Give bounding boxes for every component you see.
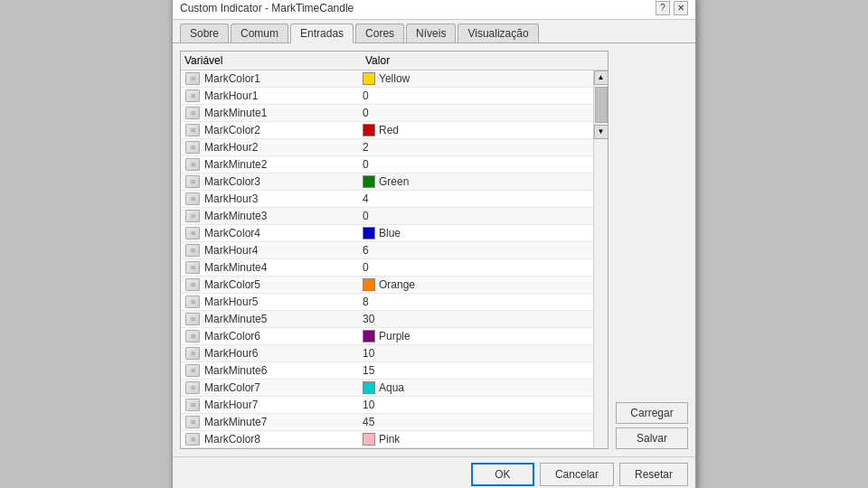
row-variable-name: MarkColor3	[204, 175, 363, 188]
reset-button[interactable]: Resetar	[619, 463, 688, 486]
row-value-text: Blue	[379, 227, 401, 239]
parameter-icon: ⊞	[185, 141, 200, 154]
table-row[interactable]: ⊞MarkColor8Pink	[181, 431, 593, 448]
table-row[interactable]: ⊞MarkMinute10	[181, 105, 593, 122]
table-row[interactable]: ⊞MarkMinute615	[181, 362, 593, 380]
color-swatch	[363, 72, 375, 85]
row-variable-name: MarkColor1	[204, 72, 363, 85]
row-variable-name: MarkMinute3	[204, 210, 363, 222]
row-variable-name: MarkHour5	[204, 296, 363, 308]
table-row[interactable]: ⊞MarkColor2Red	[181, 122, 593, 139]
row-value-text: 6	[363, 244, 369, 257]
tab-visualização[interactable]: Visualização	[458, 23, 538, 42]
row-value-text: 30	[363, 313, 374, 325]
row-value: 4	[363, 192, 593, 205]
table-row[interactable]: ⊞MarkMinute745	[181, 414, 593, 431]
table-row[interactable]: ⊞MarkColor6Purple	[181, 328, 593, 345]
table-row[interactable]: ⊞MarkHour46	[181, 242, 593, 259]
row-icon: ⊞	[184, 209, 202, 223]
row-variable-name: MarkHour4	[204, 244, 363, 257]
row-variable-name: MarkMinute6	[204, 364, 363, 377]
scroll-up-button[interactable]: ▲	[594, 70, 609, 85]
tab-entradas[interactable]: Entradas	[290, 23, 354, 43]
row-icon: ⊞	[184, 192, 202, 206]
table-row[interactable]: ⊞MarkHour58	[181, 294, 593, 311]
row-value-text: Red	[379, 124, 399, 136]
table-row[interactable]: ⊞MarkMinute530	[181, 311, 593, 328]
scroll-thumb[interactable]	[595, 87, 608, 123]
row-value: 45	[363, 416, 593, 428]
table-row[interactable]: ⊞MarkColor7Aqua	[181, 380, 593, 397]
row-value: 0	[363, 89, 593, 102]
scroll-down-button[interactable]: ▼	[594, 125, 609, 139]
tab-bar: SobreComumEntradasCoresNíveisVisualizaçã…	[173, 20, 695, 43]
table-row[interactable]: ⊞MarkHour710	[181, 397, 593, 414]
table-row[interactable]: ⊞MarkColor4Blue	[181, 225, 593, 242]
tab-níveis[interactable]: Níveis	[406, 23, 456, 42]
row-value[interactable]: Aqua	[363, 381, 593, 394]
ok-button[interactable]: OK	[471, 463, 534, 486]
tab-sobre[interactable]: Sobre	[180, 23, 229, 42]
row-variable-name: MarkMinute5	[204, 313, 363, 325]
row-variable-name: MarkMinute4	[204, 261, 363, 274]
scrollbar[interactable]: ▲ ▼	[593, 70, 608, 448]
row-value-text: Purple	[379, 330, 410, 343]
row-value-text: Yellow	[379, 72, 410, 85]
row-icon: ⊞	[184, 243, 202, 258]
row-value: 8	[363, 296, 593, 308]
row-value-text: 45	[363, 416, 374, 428]
cancel-button[interactable]: Cancelar	[540, 463, 614, 486]
row-value: 0	[363, 107, 593, 119]
table-row[interactable]: ⊞MarkColor1Yellow	[181, 70, 593, 88]
row-icon: ⊞	[184, 123, 202, 137]
row-value-text: 8	[363, 296, 369, 308]
parameter-icon: ⊞	[185, 296, 200, 308]
parameter-icon: ⊞	[185, 158, 200, 171]
parameter-icon: ⊞	[185, 89, 200, 102]
table-row[interactable]: ⊞MarkHour22	[181, 139, 593, 156]
row-value: 10	[363, 399, 593, 411]
row-value: 0	[363, 261, 593, 274]
col-value-header: Valor	[365, 54, 604, 67]
table-row[interactable]: ⊞MarkMinute40	[181, 259, 593, 277]
help-button[interactable]: ?	[656, 1, 670, 15]
row-icon: ⊞	[184, 346, 202, 361]
row-value[interactable]: Yellow	[363, 72, 593, 85]
row-value[interactable]: Blue	[363, 227, 593, 239]
row-value[interactable]: Purple	[363, 330, 593, 343]
parameter-icon: ⊞	[185, 433, 200, 446]
tab-comum[interactable]: Comum	[231, 23, 288, 42]
table-row[interactable]: ⊞MarkMinute20	[181, 156, 593, 174]
row-variable-name: MarkMinute2	[204, 158, 363, 171]
parameter-icon: ⊞	[185, 278, 200, 291]
row-value-text: Green	[379, 175, 409, 188]
table-row[interactable]: ⊞MarkColor5Orange	[181, 277, 593, 294]
table-row[interactable]: ⊞MarkHour34	[181, 191, 593, 208]
table-row[interactable]: ⊞MarkColor3Green	[181, 174, 593, 191]
row-value[interactable]: Pink	[363, 433, 593, 446]
side-buttons: Carregar Salvar	[616, 51, 688, 449]
row-value[interactable]: Orange	[363, 278, 593, 291]
table-row[interactable]: ⊞MarkMinute30	[181, 208, 593, 225]
row-value[interactable]: Green	[363, 175, 593, 188]
parameter-icon: ⊞	[185, 175, 200, 188]
row-variable-name: MarkColor4	[204, 227, 363, 239]
tab-cores[interactable]: Cores	[355, 23, 404, 42]
load-button[interactable]: Carregar	[616, 402, 688, 424]
row-variable-name: MarkMinute1	[204, 107, 363, 119]
close-button[interactable]: ✕	[674, 1, 688, 15]
row-icon: ⊞	[184, 226, 202, 240]
row-value[interactable]: Red	[363, 124, 593, 136]
save-button[interactable]: Salvar	[616, 427, 688, 449]
row-value-text: 0	[363, 261, 369, 274]
row-value-text: 10	[363, 347, 374, 360]
table-row[interactable]: ⊞MarkHour610	[181, 345, 593, 362]
row-value-text: 4	[363, 192, 369, 205]
parameter-icon: ⊞	[185, 347, 200, 360]
table-row[interactable]: ⊞MarkHour10	[181, 88, 593, 105]
row-icon: ⊞	[184, 106, 202, 120]
row-icon: ⊞	[184, 432, 202, 446]
footer: OK Cancelar Resetar	[173, 456, 695, 489]
title-bar-buttons: ? ✕	[656, 1, 688, 15]
parameter-icon: ⊞	[185, 192, 200, 205]
